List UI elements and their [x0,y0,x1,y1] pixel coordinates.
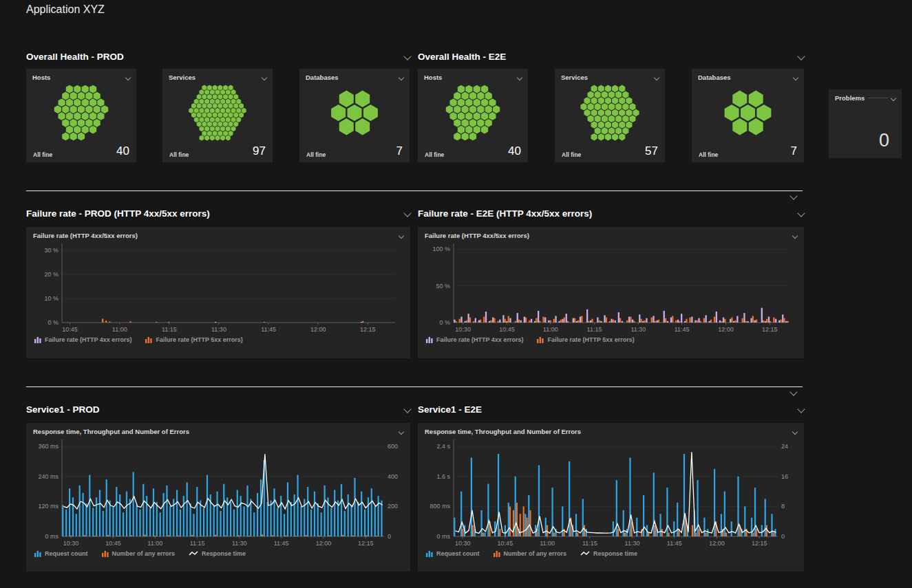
chevron-down-icon[interactable] [797,209,805,217]
svg-text:12:15: 12:15 [360,326,376,333]
svg-text:11:15: 11:15 [162,326,177,333]
honeycomb-svg [425,85,521,141]
honeycomb-svg [306,85,403,141]
chevron-down-icon[interactable] [403,209,411,217]
section-title: Failure rate - PROD (HTTP 4xx/5xx errors… [26,208,210,219]
svg-text:24: 24 [781,443,788,450]
svg-text:11:30: 11:30 [232,540,247,547]
svg-text:0 %: 0 % [47,319,59,326]
section-header-health-e2e: Overall Health - E2E [418,50,804,63]
health-tile-databases-e2e[interactable]: Databases All fine 7 [692,69,804,162]
svg-text:10:30: 10:30 [63,540,79,547]
section-divider [26,386,803,387]
health-tile-hosts-prod[interactable]: Hosts All fine 40 [26,69,136,162]
legend-label: Request count [436,550,480,557]
svg-text:12:15: 12:15 [762,326,778,333]
honeycomb-svg [699,85,797,141]
honeycomb-chart [304,84,405,142]
honeycomb-chart [167,84,268,142]
tile-title: Problems [835,94,865,102]
section-title: Service1 - PROD [26,404,100,415]
chart-tile-service-e2e[interactable]: Response time, Throughput and Number of … [418,423,804,571]
svg-text:0 ms: 0 ms [436,533,450,540]
svg-text:11:45: 11:45 [675,326,690,333]
chevron-down-icon[interactable] [125,74,131,80]
chart-tile-service-prod[interactable]: Response time, Throughput and Number of … [26,423,410,571]
svg-text:11:45: 11:45 [261,326,276,333]
chevron-down-icon[interactable] [793,74,798,80]
legend-label: Response time [202,550,246,557]
honeycomb-chart [559,84,661,142]
chart-tile-failure-e2e[interactable]: Failure rate (HTTP 4xx/5xx errors) 0 %50… [418,227,804,358]
chevron-down-icon[interactable] [797,52,805,60]
chevron-down-icon[interactable] [403,52,411,60]
chevron-down-icon[interactable] [262,74,267,80]
health-tile-databases-prod[interactable]: Databases All fine 7 [299,69,410,162]
svg-text:50 %: 50 % [436,283,450,290]
health-tile-services-prod[interactable]: Services All fine 97 [162,69,273,162]
legend-item[interactable]: Failure rate (HTTP 5xx errors) [145,336,242,343]
svg-text:600: 600 [388,443,398,450]
tile-title: Databases [698,74,731,81]
tile-title: Hosts [32,74,50,81]
chart-legend: Failure rate (HTTP 4xx errors)Failure ra… [425,334,797,343]
chart-canvas: 0 %50 %100 %10:3010:4511:0011:1511:3011:… [425,241,797,334]
entity-count: 40 [508,144,521,158]
svg-text:10:30: 10:30 [455,326,471,333]
svg-text:240 ms: 240 ms [38,473,59,480]
health-tile-services-e2e[interactable]: Services All fine 57 [555,69,665,162]
legend-item[interactable]: Request count [34,550,88,557]
legend-item[interactable]: Request count [426,550,480,557]
problems-tile[interactable]: Problems 0 [829,89,902,158]
chart-title: Response time, Throughput and Number of … [33,428,189,435]
legend-label: Number of any errors [112,550,176,557]
legend-item[interactable]: Response time [189,550,246,557]
chevron-down-icon[interactable] [792,428,798,434]
section-title: Overall Health - E2E [418,52,506,62]
legend-item[interactable]: Number of any errors [494,550,567,557]
chevron-down-icon[interactable] [399,232,404,238]
status-text: All fine [425,151,444,158]
status-text: All fine [33,151,52,158]
chevron-down-icon[interactable] [797,405,805,413]
legend-label: Failure rate (HTTP 4xx errors) [436,336,523,343]
legend-item[interactable]: Number of any errors [102,550,176,557]
chart-tile-failure-prod[interactable]: Failure rate (HTTP 4xx/5xx errors) 0 %10… [26,227,410,358]
chevron-down-icon[interactable] [403,405,411,413]
chevron-down-icon[interactable] [789,192,797,199]
chart-legend: Failure rate (HTTP 4xx errors)Failure ra… [33,334,403,343]
chevron-down-icon[interactable] [399,428,404,434]
svg-text:120 ms: 120 ms [38,503,59,510]
svg-text:10:45: 10:45 [62,326,78,333]
legend-item[interactable]: Response time [580,550,637,557]
chart-title: Failure rate (HTTP 4xx/5xx errors) [33,232,138,239]
svg-text:11:45: 11:45 [274,540,289,547]
line-series-icon [189,550,198,557]
health-tile-hosts-e2e[interactable]: Hosts All fine 40 [418,69,528,162]
chart-legend: Request countNumber of any errorsRespons… [33,547,403,557]
svg-text:0 ms: 0 ms [45,533,59,540]
honeycomb-svg [562,85,658,141]
legend-item[interactable]: Failure rate (HTTP 5xx errors) [537,336,634,343]
chevron-down-icon[interactable] [792,232,798,238]
chevron-down-icon[interactable] [517,74,522,80]
svg-text:12:15: 12:15 [752,540,767,547]
svg-text:16: 16 [781,473,788,480]
chevron-down-icon[interactable] [399,74,404,80]
chevron-down-icon[interactable] [789,388,797,395]
chevron-down-icon[interactable] [891,95,896,100]
svg-text:11:15: 11:15 [190,540,205,547]
entity-count: 57 [645,144,658,158]
svg-text:20 %: 20 % [44,271,59,278]
entity-count: 97 [253,144,266,158]
tile-title: Services [169,74,195,81]
svg-text:8: 8 [781,503,785,510]
svg-text:12:00: 12:00 [310,326,326,333]
legend-item[interactable]: Failure rate (HTTP 4xx errors) [34,336,131,343]
svg-text:11:30: 11:30 [211,326,226,333]
chevron-down-icon[interactable] [654,74,659,80]
legend-item[interactable]: Failure rate (HTTP 4xx errors) [426,336,523,343]
bar-series-icon [34,550,41,557]
bar-series-icon [102,550,109,557]
honeycomb-svg [169,85,266,141]
